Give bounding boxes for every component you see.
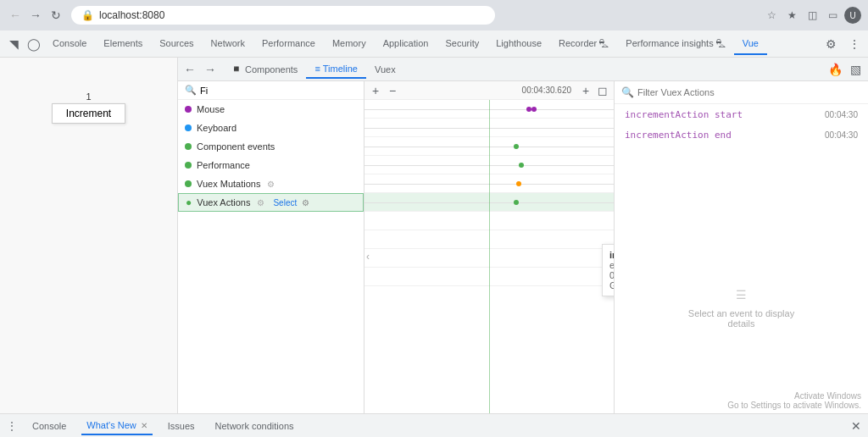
layout-icon[interactable]: ▧ <box>846 60 865 79</box>
bottom-close-button[interactable]: ✕ <box>851 419 861 433</box>
timeline-filter-button[interactable]: ◻ <box>595 83 610 98</box>
track-dot-actions-1 <box>514 200 519 205</box>
tab-elements[interactable]: Elements <box>95 33 151 55</box>
timeline-cursor-line <box>489 100 490 413</box>
tab-network[interactable]: Network <box>203 33 253 55</box>
tab-security[interactable]: Security <box>437 33 487 55</box>
scroll-left-chevron[interactable]: ‹ <box>366 251 370 263</box>
timeline-search: 🔍 <box>178 81 364 100</box>
browser-view: 1 Increment <box>0 58 178 413</box>
three-bar-icon: ☰ <box>736 288 747 301</box>
tab-perf-insights[interactable]: Performance insights ⛍ <box>617 33 733 55</box>
vuex-empty-text: Select an event to displaydetails <box>688 308 794 329</box>
reload-button[interactable]: ↻ <box>47 7 64 24</box>
bottom-tab-console[interactable]: Console <box>27 418 71 434</box>
tooltip-line1: end <box>609 260 614 270</box>
devtools-device-icon[interactable]: ◯ <box>24 34 44 54</box>
subtab-forward-button[interactable]: → <box>202 61 219 78</box>
tab-performance[interactable]: Performance <box>253 33 324 55</box>
tab-lighthouse[interactable]: Lighthouse <box>487 33 550 55</box>
more-icon[interactable]: ⋮ <box>844 34 865 54</box>
keyboard-label: Keyboard <box>197 123 236 133</box>
address-bar[interactable]: 🔒 localhost:8080 <box>71 6 495 25</box>
performance-label: Performance <box>197 160 250 170</box>
mouse-dot <box>185 106 192 113</box>
devtools-tabs: ◥ ◯ Console Elements Sources Network Per… <box>0 30 868 58</box>
devtools-content: 1 Increment ← → ◾ Components <box>0 58 868 413</box>
vuex-actions-settings-icon[interactable]: ⚙ <box>302 198 309 207</box>
timeline-header: + − 00:04:30.620 + ◻ <box>364 81 614 100</box>
tooltip-line3: Group: 6ms (2 events) <box>609 280 614 290</box>
timeline-row-component-events: Component events <box>178 137 364 156</box>
bottom-tab-network-conditions[interactable]: Network conditions <box>210 418 299 434</box>
vuex-item-1[interactable]: incrementAction end 00:04:30 <box>615 124 868 145</box>
tab-recorder[interactable]: Recorder ⛍ <box>550 33 617 55</box>
activate-windows-line2: Go to Settings to activate Windows. <box>621 401 861 410</box>
vuex-actions-select-button[interactable]: Select <box>273 198 297 207</box>
increment-button[interactable]: Increment <box>52 103 125 124</box>
vue-content: 🔍 Mouse Keyboard <box>178 81 868 413</box>
component-events-dot <box>185 143 192 150</box>
window-icon[interactable]: ▭ <box>824 7 841 24</box>
timeline-nav-minus[interactable]: − <box>385 83 400 98</box>
tab-components[interactable]: ◾ Components <box>222 60 306 78</box>
vuex-search: 🔍 <box>615 81 868 104</box>
search-icon: 🔍 <box>185 85 197 96</box>
activate-windows-notice: Activate Windows Go to Settings to activ… <box>615 388 868 413</box>
timeline-row-vuex-actions[interactable]: ● Vuex Actions ⚙ Select ⚙ <box>178 193 364 212</box>
bookmark-icon[interactable]: ☆ <box>763 7 780 24</box>
vuex-search-input[interactable] <box>637 87 861 97</box>
back-button[interactable]: ← <box>7 7 24 24</box>
vuex-actions-gear-icon: ⚙ <box>257 198 264 207</box>
whats-new-close-button[interactable]: ✕ <box>141 421 147 430</box>
bottom-tab-issues[interactable]: Issues <box>163 418 200 434</box>
url-text: localhost:8080 <box>99 9 164 21</box>
tab-sources[interactable]: Sources <box>151 33 202 55</box>
profile-icon[interactable]: U <box>844 7 861 24</box>
timeline-nav-plus[interactable]: + <box>368 83 383 98</box>
timeline-timestamp: 00:04:30.620 <box>522 86 571 95</box>
subtab-back-button[interactable]: ← <box>181 61 198 78</box>
tab-console[interactable]: Console <box>44 33 95 55</box>
bottom-menu-button[interactable]: ⋮ <box>7 420 17 432</box>
subtab-nav: ← → <box>181 61 219 78</box>
browser-toolbar: ← → ↻ 🔒 localhost:8080 ☆ ★ ◫ ▭ U <box>0 0 868 30</box>
timeline-add-button[interactable]: + <box>578 83 593 98</box>
tab-memory[interactable]: Memory <box>324 33 375 55</box>
tab-vuex[interactable]: Vuex <box>366 61 404 78</box>
bottom-tab-whats-new[interactable]: What's New ✕ <box>81 417 152 435</box>
timeline-row-performance: Performance <box>178 156 364 174</box>
tab-search-icon[interactable]: ◫ <box>804 7 821 24</box>
vuex-mutations-dot <box>185 180 192 187</box>
timeline-row-vuex-mutations: Vuex Mutations ⚙ <box>178 174 364 193</box>
increment-label: Increment <box>66 108 111 119</box>
vuex-item-0[interactable]: incrementAction start 00:04:30 <box>615 104 868 124</box>
star-icon[interactable]: ★ <box>783 7 800 24</box>
counter-value: 1 <box>86 91 91 102</box>
vuex-mutations-label: Vuex Mutations <box>197 179 260 189</box>
mouse-label: Mouse <box>197 104 225 114</box>
vuex-list: incrementAction start 00:04:30 increment… <box>615 104 868 230</box>
vuex-mutations-gear-icon: ⚙ <box>267 180 275 189</box>
vuex-empty-state: ☰ Select an event to displaydetails <box>615 230 868 389</box>
tooltip-popup: incrementAction end 00:04:30.604 Group: … <box>602 244 614 296</box>
vuex-search-icon: 🔍 <box>621 86 634 98</box>
tab-vue[interactable]: Vue <box>734 33 767 55</box>
component-events-label: Component events <box>197 141 275 152</box>
vue-subtabs: ← → ◾ Components ≡ Timeline Vuex 🔥 ▧ <box>178 58 868 81</box>
vuex-item-time-0: 00:04:30 <box>825 110 858 119</box>
timeline-left: 🔍 Mouse Keyboard <box>178 81 364 413</box>
timeline-search-input[interactable] <box>200 86 357 96</box>
activate-windows-line1: Activate Windows <box>621 391 861 401</box>
flame-icon[interactable]: 🔥 <box>826 60 844 79</box>
devtools-inspect-icon[interactable]: ◥ <box>3 34 24 54</box>
forward-button[interactable]: → <box>27 7 44 24</box>
keyboard-dot <box>185 124 192 131</box>
performance-dot <box>185 162 192 169</box>
vuex-item-name-1: incrementAction end <box>625 130 732 141</box>
vuex-actions-arrow: ● <box>186 196 192 208</box>
tab-timeline[interactable]: ≡ Timeline <box>306 60 366 79</box>
devtools-tab-actions: ⚙ ⋮ <box>821 34 865 54</box>
settings-icon[interactable]: ⚙ <box>821 34 841 54</box>
tab-application[interactable]: Application <box>375 33 437 55</box>
